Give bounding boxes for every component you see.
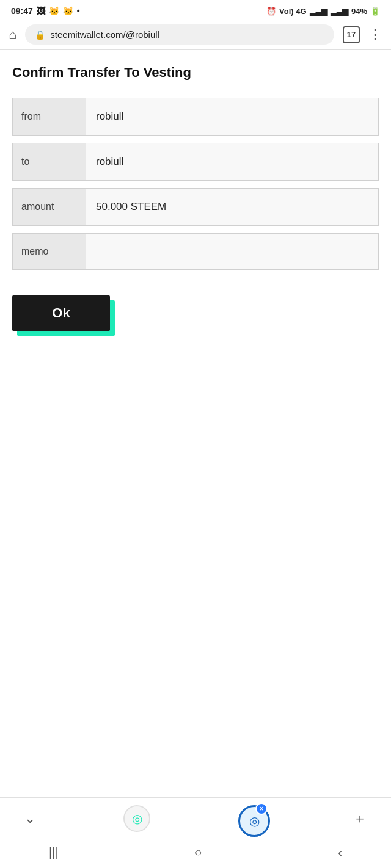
status-time: 09:47	[11, 6, 33, 16]
notification-icon-2: 🐱	[63, 6, 73, 16]
from-value: robiull	[86, 98, 378, 135]
to-row: to robiull	[12, 143, 379, 181]
to-label: to	[13, 143, 86, 180]
alarm-icon: ⏰	[266, 7, 276, 16]
tab-icon-inner-1: ◎	[132, 811, 142, 826]
signal-bars: ▂▄▆	[310, 7, 327, 16]
memo-value	[86, 234, 378, 269]
home-sys-button[interactable]: ○	[194, 845, 202, 859]
amount-row: amount 50.000 STEEM	[12, 188, 379, 226]
lock-icon: 🔒	[35, 30, 45, 40]
battery-icon: 🔋	[370, 7, 380, 16]
bottom-nav: ⌄ ◎ ◎ × ＋ ||| ○ ‹	[0, 797, 391, 868]
signal-bars-2: ▂▄▆	[331, 7, 348, 16]
back-button[interactable]: ‹	[338, 845, 342, 859]
status-bar: 09:47 🖼 🐱 🐱 • ⏰ Vol) 4G ▂▄▆ ▂▄▆ 94% 🔋	[0, 0, 391, 20]
home-button[interactable]: ⌂	[9, 27, 16, 43]
battery-text: 94%	[351, 7, 367, 16]
browser-bar: ⌂ 🔒 steemitwallet.com/@robiull 17 ⋮	[0, 20, 391, 50]
url-text: steemitwallet.com/@robiull	[50, 29, 324, 40]
from-row: from robiull	[12, 98, 379, 136]
menu-button[interactable]: ⋮	[368, 27, 382, 43]
amount-value: 50.000 STEEM	[86, 189, 378, 225]
amount-label: amount	[13, 189, 86, 225]
signal-text: Vol) 4G	[279, 7, 307, 16]
tab-icon-1[interactable]: ◎	[123, 805, 150, 832]
status-left: 09:47 🖼 🐱 🐱 •	[11, 6, 80, 16]
tab-count[interactable]: 17	[343, 26, 360, 43]
tab-icon-2[interactable]: ◎ ×	[238, 805, 265, 832]
expand-button[interactable]: ⌄	[24, 811, 35, 826]
memo-row: memo	[12, 233, 379, 270]
to-value: robiull	[86, 143, 378, 180]
from-label: from	[13, 98, 86, 135]
status-right: ⏰ Vol) 4G ▂▄▆ ▂▄▆ 94% 🔋	[266, 7, 380, 16]
page-content: Confirm Transfer To Vesting from robiull…	[0, 50, 391, 343]
ok-button-wrapper: Ok	[12, 295, 110, 331]
tab-close-badge[interactable]: ×	[255, 803, 268, 815]
url-bar[interactable]: 🔒 steemitwallet.com/@robiull	[25, 24, 334, 45]
tab-icon-inner-2: ◎	[249, 814, 260, 828]
recent-apps-button[interactable]: |||	[49, 845, 59, 859]
dot-indicator: •	[77, 6, 80, 16]
notification-icon: 🐱	[49, 6, 59, 16]
new-tab-button[interactable]: ＋	[353, 809, 367, 828]
page-title: Confirm Transfer To Vesting	[12, 65, 379, 81]
browser-tabs-bar: ⌄ ◎ ◎ × ＋	[0, 798, 391, 839]
tab-circle-1[interactable]: ◎	[123, 805, 150, 832]
ok-button[interactable]: Ok	[12, 295, 110, 331]
memo-label: memo	[13, 234, 86, 269]
photo-icon: 🖼	[37, 6, 45, 16]
system-nav: ||| ○ ‹	[0, 839, 391, 868]
